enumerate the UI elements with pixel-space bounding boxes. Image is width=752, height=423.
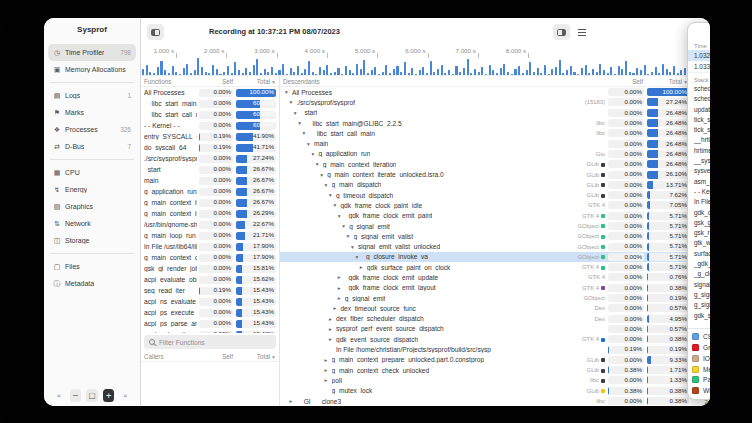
stack-frame[interactable]: __sysvec_apic_timer_interrupt [690,156,710,166]
descendant-row[interactable]: ▸g_signal_emitGObject0.00%0.19%1 [280,293,710,303]
descendant-row[interactable]: ▸sysprof_perf_event_source_dispatch0.00%… [280,324,710,334]
descendant-row[interactable]: ▸g_main_context_prepare_unlocked.part.0.… [280,355,710,365]
expander-open-icon[interactable]: ▾ [329,192,336,198]
stack-frame[interactable]: _g_closure_invoke_va [690,269,710,279]
function-row[interactable]: g_main_context_disp0.00%17.90% [141,252,279,263]
sidebar-item-cpu[interactable]: ▦CPU [48,164,136,181]
expander-closed-icon[interactable]: ▸ [329,336,336,342]
expander-closed-icon[interactable]: ▸ [329,326,336,332]
sidebar-item-marks[interactable]: ⚑Marks [48,104,136,121]
function-row[interactable]: In File /usr/lib64/libgl0.00%17.90% [141,241,279,252]
stack-frame[interactable]: _gdk_marshal_BOOLEAN__BOXEDv [690,259,710,269]
function-row[interactable]: acpi_ps_execute_met0.00%15.43% [141,307,279,318]
function-row[interactable]: /usr/bin/gnome-shell0.00%22.67% [141,219,279,230]
function-row[interactable]: gsk_gl_render_job_vi0.00%15.81% [141,263,279,274]
descendants-column-header[interactable]: Descendants [283,78,564,85]
descendant-row[interactable]: ▸dex_fiber_scheduler_dispatchDex0.00%4.9… [280,314,710,324]
stack-frame[interactable]: gsk_gl_renderer_render [690,218,710,228]
sample-row[interactable]: 1.033315183059 [688,61,710,72]
function-row[interactable]: g_main_context_itera0.00%26.67% [141,197,279,208]
expander-closed-icon[interactable]: ▸ [338,295,345,301]
stack-frame[interactable]: - - Kernel - - [690,187,710,197]
function-row[interactable]: __libc_start_main@G0.00%60.76% [141,98,279,109]
sidebar-toggle-button[interactable] [147,24,164,40]
stack-frame[interactable]: g_signal_emit [690,300,710,310]
descendant-row[interactable]: ▸gdk_surface_paint_on_clockGTK 40.00%5.7… [280,262,710,272]
expander-closed-icon[interactable]: ▸ [338,274,345,280]
expander-open-icon[interactable]: ▾ [289,99,296,105]
callers-self-column-header[interactable]: Self [199,353,233,360]
function-row[interactable]: _start0.00%26.67% [141,164,279,175]
expander-open-icon[interactable]: ▾ [316,161,323,167]
stack-frame[interactable]: hrtimer_interrupt [690,146,710,156]
expander-closed-icon[interactable]: ▸ [329,316,336,322]
function-row[interactable]: ./src/sysprof/sysprof0.00%27.24% [141,153,279,164]
descendant-row[interactable]: ▾gdk_frame_clock_paint_idleGTK 40.00%7.0… [280,200,710,210]
stack-frame[interactable]: __hrtimer_run_queues [690,135,710,145]
stack-frame[interactable]: asm_sysvec_apic_timer_interrupt [690,177,710,187]
descendant-row[interactable]: ▸dex_timeout_source_funcDex0.00%0.57%3 [280,303,710,313]
sidebar-item-storage[interactable]: ◫Storage [48,232,136,249]
stack-frame[interactable]: sched_clock_tick [690,84,710,94]
function-row[interactable]: g_main_context_itera0.00%26.29% [141,208,279,219]
descendant-row[interactable]: ▾All Processes0.00%100.00%525 [280,87,710,97]
zoom-fit-end-button[interactable]: » [119,389,131,402]
expander-closed-icon[interactable]: ▸ [325,377,332,383]
descendant-row[interactable]: ▸_gdk_frame_clock_emit_updateGTK 40.00%0… [280,272,710,282]
function-row[interactable]: g_application_run0.00%26.67% [141,186,279,197]
descendant-row[interactable]: ▾g_signal_emitGObject0.00%5.71%30 [280,221,710,231]
expander-open-icon[interactable]: ▾ [311,151,318,157]
descendant-row[interactable]: ▾g_main_dispatchGLib0.00%13.71%72 [280,180,710,190]
descendant-row[interactable]: ▸__GI___clone3libc0.00%0.38%2 [280,396,710,406]
self-column-header[interactable]: Self [199,78,233,85]
expander-open-icon[interactable]: ▾ [298,120,305,126]
stack-frame[interactable]: gsk_renderer_render [690,228,710,238]
stack-panel-toggle-button[interactable] [553,24,570,40]
expander-open-icon[interactable]: ▾ [303,130,310,136]
descendant-row[interactable]: ▾g_application_runGio0.00%26.48%139 [280,149,710,159]
descendant-row[interactable]: ▾__libc_start_main@GLIBC_2.2.5libc0.00%2… [280,118,710,128]
descendant-row[interactable]: ▸g_main_context_check_unlockedGLib0.38%1… [280,365,710,375]
sidebar-item-energy[interactable]: ↯Energy [48,181,136,198]
stack-frame[interactable]: gtk_widget_render [690,238,710,248]
callers-column-header[interactable]: Callers [144,353,197,360]
expander-open-icon[interactable]: ▾ [325,182,332,188]
sidebar-item-processes[interactable]: ❖Processes326 [48,121,136,138]
descendant-row[interactable]: ▾_g_closure_invoke_vaGObject0.00%5.71%30 [280,252,710,262]
stack-frame[interactable]: update_process_times [690,105,710,115]
stack-frame[interactable]: gdk_draw_context_begin_frame_full [690,208,710,218]
descendant-row[interactable]: ▾g_main_context_iterate_unlocked.isra.0G… [280,169,710,179]
descendant-row[interactable]: ▸_gdk_frame_clock_emit_layoutGTK 40.00%0… [280,283,710,293]
functions-column-header[interactable]: Functions [144,78,197,85]
sidebar-item-network[interactable]: ⇅Network [48,215,136,232]
sidebar-item-metadata[interactable]: ⓘMetadata [48,275,136,292]
primary-menu-button[interactable] [573,24,590,40]
expander-open-icon[interactable]: ▾ [355,254,362,260]
descendant-row[interactable]: ▾g_main_context_iterationGLib0.00%26.48%… [280,159,710,169]
sample-row[interactable]: 1.032015183039 [688,50,710,61]
function-row[interactable]: g_signal_emit0.00%15.43% [141,329,279,333]
function-row[interactable]: acpi_ns_evaluate0.00%15.43% [141,296,279,307]
zoom-in-button[interactable]: + [103,389,115,402]
sidebar-item-graphics[interactable]: ▧Graphics [48,198,136,215]
stack-frame[interactable]: tick_sched_timer [690,125,710,135]
sidebar-item-d-bus[interactable]: ⇄D-Bus7 [48,138,136,155]
stack-frame[interactable]: sysvec_apic_timer_interrupt [690,166,710,176]
function-row[interactable]: g_main_loop_run0.00%21.71% [141,230,279,241]
expander-open-icon[interactable]: ▾ [342,223,349,229]
total-column-header[interactable]: Total▼ [236,78,276,85]
expander-open-icon[interactable]: ▾ [347,233,354,239]
function-row[interactable]: - - Kernel - -0.00%60.38% [141,120,279,131]
expander-closed-icon[interactable]: ▸ [333,305,340,311]
descendants-self-column-header[interactable]: Self [607,78,643,85]
stack-frame[interactable]: surface_render [690,249,710,259]
expander-open-icon[interactable]: ▾ [285,89,292,95]
expander-open-icon[interactable]: ▾ [351,244,358,250]
function-row[interactable]: seq_read_iter0.19%15.43% [141,285,279,296]
descendant-row[interactable]: ▾main0.00%26.48%139 [280,138,710,148]
timeline-ruler[interactable]: 1.000 s2.000 s3.000 s4.000 s5.000 s6.000… [141,46,710,58]
expander-open-icon[interactable]: ▾ [338,213,345,219]
descendant-row[interactable]: ▾g_signal_emit_valistGObject0.00%5.71%30 [280,231,710,241]
descendants-total-column-header[interactable]: Total▼ [646,78,688,85]
descendant-row[interactable]: g_mutex_lockGLib0.38%0.38%2 [280,386,710,396]
